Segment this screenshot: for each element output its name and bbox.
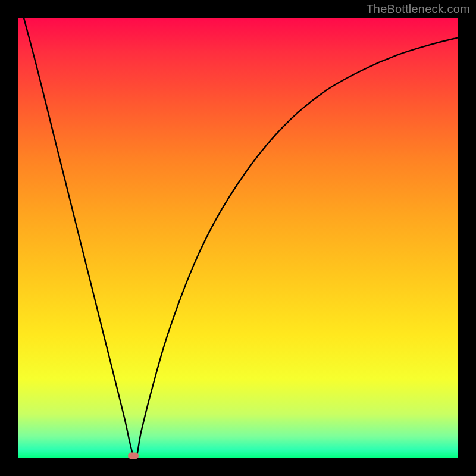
bottleneck-curve xyxy=(18,18,458,458)
curve-layer xyxy=(18,18,458,458)
chart-frame: TheBottleneck.com xyxy=(0,0,476,476)
min-marker xyxy=(128,452,139,459)
plot-area xyxy=(18,18,458,458)
watermark-text: TheBottleneck.com xyxy=(366,2,470,16)
